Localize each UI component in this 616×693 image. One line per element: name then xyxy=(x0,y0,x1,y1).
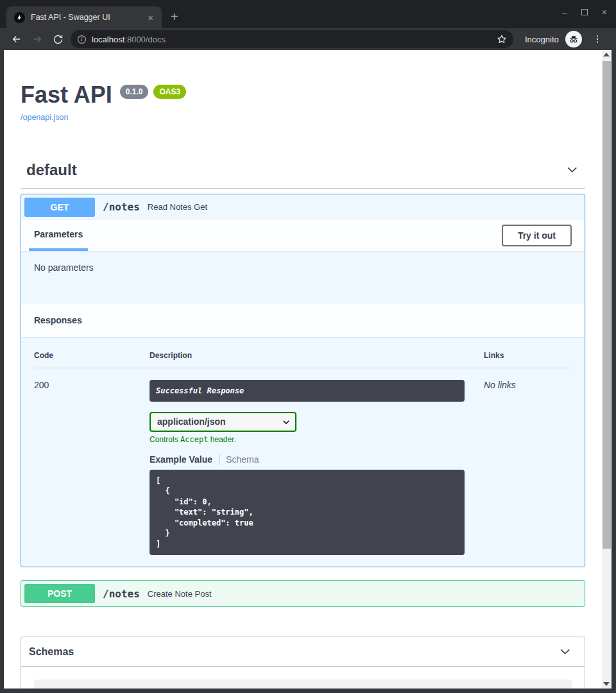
schemas-title: Schemas xyxy=(29,646,74,658)
address-bar[interactable]: localhost:8000/docs xyxy=(71,30,513,48)
responses-header: Responses xyxy=(21,304,585,337)
schemas-body: Note xyxy=(21,667,585,689)
tab-bar: Fast API - Swagger UI × + – × xyxy=(0,0,616,28)
version-badge: 0.1.0 xyxy=(120,85,149,99)
scrollbar-thumb[interactable] xyxy=(603,61,611,549)
tab-schema[interactable]: Schema xyxy=(226,454,259,465)
page-viewport: Fast API 0.1.0 OAS3 /openapi.json defaul… xyxy=(4,50,612,689)
close-window-button[interactable]: × xyxy=(602,8,607,17)
forward-button[interactable] xyxy=(27,30,47,48)
schemas-header[interactable]: Schemas xyxy=(21,637,585,667)
incognito-icon xyxy=(565,31,582,47)
response-description-cell: Successful Response application/json xyxy=(150,368,484,556)
responses-table: Code Description Links 200 Successful Re… xyxy=(21,337,585,567)
post-notes-summary[interactable]: POST /notes Create Note Post xyxy=(21,581,585,606)
chevron-down-icon[interactable] xyxy=(565,163,579,176)
example-json: [ { "id": 0, "text": "string", "complete… xyxy=(156,475,458,550)
tab-separator xyxy=(219,454,219,465)
browser-window: Fast API - Swagger UI × + – × localhost:… xyxy=(0,0,616,693)
column-header-links: Links xyxy=(484,351,572,368)
tab-title: Fast API - Swagger UI xyxy=(31,13,144,22)
scroll-down-arrow-icon[interactable] xyxy=(603,682,610,686)
response-code: 200 xyxy=(34,368,150,556)
accept-header-note: Controls Accept header. xyxy=(150,435,484,444)
parameters-header: Parameters Try it out xyxy=(21,220,585,251)
response-description: Successful Response xyxy=(150,380,465,402)
opblock-get-notes: GET /notes Read Notes Get Parameters Try… xyxy=(21,194,585,568)
site-info-icon[interactable] xyxy=(77,35,87,44)
no-parameters-text: No parameters xyxy=(21,251,585,304)
column-header-code: Code xyxy=(34,351,150,368)
get-path: /notes xyxy=(103,201,140,213)
maximize-button[interactable] xyxy=(581,9,588,15)
get-summary-text: Read Notes Get xyxy=(148,202,207,212)
new-tab-button[interactable]: + xyxy=(171,10,178,24)
browser-toolbar: localhost:8000/docs Incognito xyxy=(0,28,616,50)
api-info: Fast API 0.1.0 OAS3 /openapi.json xyxy=(21,82,585,123)
tab-example-value[interactable]: Example Value xyxy=(150,454,212,465)
tag-section-default[interactable]: default xyxy=(21,156,585,189)
tab-close-icon[interactable]: × xyxy=(144,12,157,23)
scroll-up-arrow-icon[interactable] xyxy=(603,53,610,56)
page-title: Fast API xyxy=(21,82,112,108)
url-path: :8000/docs xyxy=(124,35,166,44)
media-type-select[interactable]: application/json xyxy=(150,412,296,432)
oas3-badge: OAS3 xyxy=(153,85,186,99)
chevron-down-icon[interactable] xyxy=(558,645,572,658)
example-schema-tabs: Example Value Schema xyxy=(150,454,484,465)
post-summary-text: Create Note Post xyxy=(148,589,212,599)
response-links: No links xyxy=(484,368,572,556)
window-controls: – × xyxy=(562,8,607,17)
swagger-page: Fast API 0.1.0 OAS3 /openapi.json defaul… xyxy=(4,50,602,689)
get-method-badge: GET xyxy=(24,198,95,217)
bookmark-star-icon[interactable] xyxy=(497,34,507,44)
browser-tab[interactable]: Fast API - Swagger UI × xyxy=(6,6,162,28)
accept-code: Accept xyxy=(180,435,208,444)
openapi-spec-link[interactable]: /openapi.json xyxy=(21,113,68,122)
fastapi-favicon-icon xyxy=(14,12,25,23)
post-method-badge: POST xyxy=(24,584,95,603)
model-note[interactable]: Note xyxy=(34,680,572,689)
opblock-post-notes: POST /notes Create Note Post xyxy=(21,580,585,607)
example-code-block: [ { "id": 0, "text": "string", "complete… xyxy=(150,470,465,556)
back-button[interactable] xyxy=(6,30,27,48)
url-host: localhost xyxy=(92,35,124,44)
column-header-description: Description xyxy=(150,351,484,368)
url-text[interactable]: localhost:8000/docs xyxy=(92,35,497,44)
post-path: /notes xyxy=(103,588,140,600)
reload-button[interactable] xyxy=(47,30,68,48)
browser-menu-icon[interactable] xyxy=(587,30,608,48)
minimize-button[interactable]: – xyxy=(562,8,567,17)
tab-parameters[interactable]: Parameters xyxy=(29,220,88,251)
get-notes-summary[interactable]: GET /notes Read Notes Get xyxy=(21,194,585,220)
responses-title: Responses xyxy=(34,315,82,325)
incognito-label: Incognito xyxy=(525,35,559,44)
try-it-out-button[interactable]: Try it out xyxy=(502,225,572,246)
page-scrollbar[interactable] xyxy=(602,50,612,689)
tag-title: default xyxy=(26,161,77,179)
schemas-section: Schemas Note xyxy=(21,637,585,689)
maximize-icon xyxy=(581,9,588,15)
